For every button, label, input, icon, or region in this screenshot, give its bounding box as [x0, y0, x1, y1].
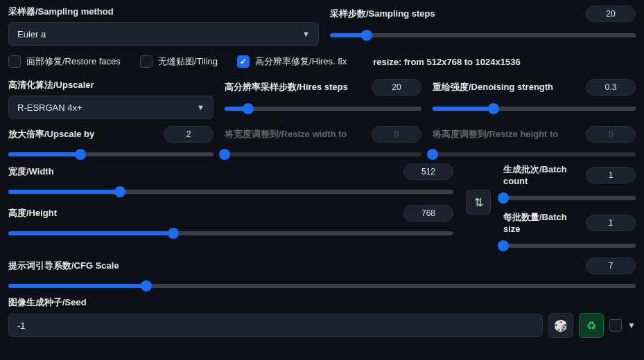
batch-count-value[interactable]: 1 — [586, 167, 636, 183]
hires-steps-slider[interactable] — [225, 107, 421, 111]
upscale-by-slider[interactable] — [8, 152, 214, 156]
cfg-label: 提示词引导系数/CFG Scale — [8, 260, 119, 272]
sampling-method-select[interactable]: Euler a ▼ — [8, 22, 319, 46]
height-slider[interactable] — [8, 231, 453, 235]
hires-fix-label: 高分辨率修复/Hires. fix — [255, 55, 347, 68]
sampling-method-value: Euler a — [17, 29, 46, 39]
upscaler-select[interactable]: R-ESRGAN 4x+ ▼ — [8, 96, 214, 119]
caret-down-icon: ▼ — [302, 30, 310, 38]
hires-fix-checkbox[interactable] — [237, 55, 250, 68]
batch-count-slider[interactable] — [503, 196, 636, 200]
swap-icon: ⇅ — [474, 196, 483, 209]
tiling-checkbox[interactable] — [140, 55, 153, 68]
batch-size-slider[interactable] — [503, 244, 636, 248]
denoise-value[interactable]: 0.3 — [586, 79, 636, 96]
upscaler-value: R-ESRGAN 4x+ — [17, 102, 82, 113]
hires-steps-label: 高分辨率采样步数/Hires steps — [225, 81, 348, 93]
recycle-icon: ♻ — [586, 319, 596, 332]
resize-height-slider[interactable] — [433, 152, 636, 156]
restore-faces-label: 面部修复/Restore faces — [26, 55, 121, 68]
denoise-label: 重绘强度/Denoising strength — [433, 81, 553, 93]
batch-count-label: 生成批次/Batch count — [503, 163, 580, 186]
width-label: 宽度/Width — [8, 165, 54, 178]
random-seed-button[interactable]: 🎲 — [548, 313, 573, 338]
width-value[interactable]: 512 — [403, 163, 453, 180]
cfg-slider[interactable] — [8, 284, 636, 288]
resize-width-value[interactable]: 0 — [372, 126, 421, 143]
sampling-steps-value[interactable]: 20 — [586, 6, 636, 22]
denoise-slider[interactable] — [433, 107, 636, 111]
dice-icon: 🎲 — [554, 319, 568, 332]
resize-width-slider[interactable] — [225, 152, 421, 156]
sampling-method-label: 采样器/Sampling method — [8, 6, 319, 18]
height-value[interactable]: 768 — [403, 205, 453, 222]
sampling-steps-label: 采样步数/Sampling steps — [330, 8, 435, 20]
height-label: 高度/Height — [8, 207, 57, 219]
tiling-label: 无缝贴图/Tiling — [158, 55, 218, 68]
reuse-seed-button[interactable]: ♻ — [579, 313, 604, 338]
width-slider[interactable] — [8, 190, 453, 194]
caret-down-icon: ▼ — [197, 103, 204, 111]
cfg-value[interactable]: 7 — [586, 258, 636, 274]
sampling-steps-slider[interactable] — [330, 33, 636, 37]
upscale-by-label: 放大倍率/Upscale by — [8, 128, 94, 141]
seed-label: 图像生成种子/Seed — [8, 296, 636, 309]
hires-steps-value[interactable]: 20 — [372, 79, 421, 96]
seed-extra-checkbox[interactable] — [609, 319, 622, 332]
resize-width-label: 将宽度调整到/Resize width to — [225, 128, 347, 141]
caret-down-icon[interactable]: ▼ — [627, 321, 636, 330]
resize-info-text: resize: from 512x768 to 1024x1536 — [373, 57, 520, 67]
batch-size-value[interactable]: 1 — [586, 215, 636, 231]
upscaler-label: 高清化算法/Upscaler — [8, 79, 214, 91]
batch-size-label: 每批数量/Batch size — [503, 211, 580, 234]
resize-height-label: 将高度调整到/Resize height to — [433, 128, 558, 141]
seed-input[interactable] — [8, 314, 543, 337]
swap-dimensions-button[interactable]: ⇅ — [466, 190, 491, 215]
upscale-by-value[interactable]: 2 — [164, 126, 214, 143]
restore-faces-checkbox[interactable] — [8, 55, 21, 68]
resize-height-value[interactable]: 0 — [586, 126, 636, 143]
